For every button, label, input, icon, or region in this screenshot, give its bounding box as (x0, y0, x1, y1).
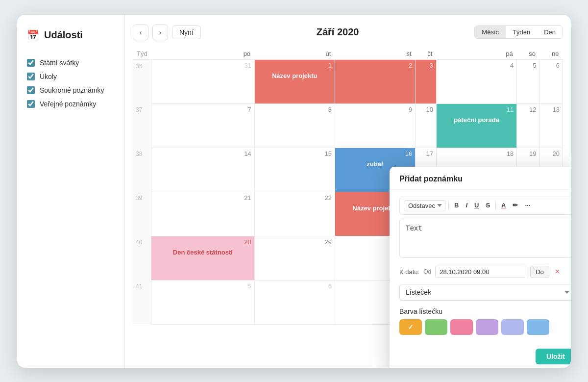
day-number: 16 (338, 150, 412, 157)
prev-button[interactable]: ‹ (133, 25, 148, 40)
day-number: 9 (338, 106, 412, 113)
event-name: Den české státnosti (154, 249, 251, 256)
day-cell-13[interactable]: 13 (539, 103, 563, 148)
text-toolbar: Odstavec Nadpis 1 Nadpis 2 B I U S A ✏ ·… (399, 197, 571, 215)
font-color-button[interactable]: A (499, 200, 508, 211)
day-cell-7[interactable]: 7 (151, 103, 254, 148)
remove-date-button[interactable]: × (553, 266, 562, 277)
color-label: Barva lístečku (399, 307, 571, 315)
modal-header: Přidat poznámku × (390, 167, 571, 190)
view-week[interactable]: Týden (506, 26, 537, 38)
header-pa: pá (436, 48, 516, 60)
header-ct: čt (416, 48, 437, 60)
day-number: 11 (440, 106, 514, 113)
day-cell-28[interactable]: 28 Den české státnosti (151, 236, 254, 280)
week-num-41: 41 (133, 280, 151, 324)
day-number: 1 (258, 62, 332, 69)
calendar-icon: 📅 (27, 29, 39, 41)
highlight-button[interactable]: ✏ (510, 200, 520, 211)
header-st: st (335, 48, 415, 60)
checkbox-statni-svatky[interactable] (27, 59, 35, 67)
swatch-orange[interactable] (399, 319, 422, 335)
note-text-input[interactable]: Text (399, 219, 571, 258)
modal-close-button[interactable]: × (570, 175, 571, 183)
week-num-37: 37 (133, 103, 151, 148)
day-number: 15 (258, 150, 332, 157)
day-cell-4[interactable]: 4 (436, 59, 516, 103)
do-button[interactable]: Do (530, 266, 549, 278)
date-row: K datu: Od Do × (399, 266, 571, 278)
day-cell-6[interactable]: 6 (539, 59, 563, 103)
day-number: 18 (440, 150, 514, 157)
day-cell-8[interactable]: 8 (254, 103, 335, 148)
add-note-modal: Přidat poznámku × Odstavec Nadpis 1 Nadp… (390, 167, 571, 368)
underline-button[interactable]: U (472, 200, 481, 211)
week-row-37: 37 7 8 9 10 11 páteční porada (133, 103, 563, 148)
header-po: po (151, 48, 254, 60)
toolbar-divider2 (495, 201, 496, 210)
view-month[interactable]: Měsíc (475, 26, 506, 38)
bold-button[interactable]: B (452, 200, 461, 211)
toolbar-divider (448, 201, 449, 210)
day-number: 6 (258, 282, 332, 290)
save-button[interactable]: Uložit (536, 349, 571, 364)
day-cell-1[interactable]: 1 Název projektu (254, 59, 335, 103)
month-title: Září 2020 (205, 26, 471, 38)
day-cell-12[interactable]: 12 (517, 103, 539, 148)
day-cell-oct5[interactable]: 5 (151, 280, 254, 324)
checkbox-verejne[interactable] (27, 100, 35, 108)
from-date-input[interactable] (435, 266, 526, 278)
next-button[interactable]: › (152, 25, 168, 40)
day-cell-5[interactable]: 5 (517, 59, 539, 103)
day-cell-21[interactable]: 21 (151, 192, 254, 236)
header-so: so (517, 48, 539, 60)
sidebar-item-ukoly[interactable]: Úkoly (27, 70, 115, 83)
day-cell-2[interactable]: 2 (335, 59, 415, 103)
today-button[interactable]: Nyní (172, 25, 201, 39)
day-number: 20 (543, 150, 560, 157)
paragraph-select[interactable]: Odstavec Nadpis 1 Nadpis 2 (404, 200, 445, 211)
note-type-select[interactable]: Lísteček Událost Úkol (399, 284, 571, 301)
day-cell-11[interactable]: 11 páteční porada (436, 103, 516, 148)
swatch-pink[interactable] (450, 319, 473, 335)
day-number: 7 (154, 106, 251, 113)
day-cell[interactable]: 31 (151, 59, 254, 103)
sidebar-item-statni-svatky[interactable]: Státní svátky (27, 56, 115, 70)
day-number: 31 (154, 62, 251, 69)
day-number: 14 (154, 150, 251, 157)
day-number: 3 (418, 62, 433, 69)
header-ne: ne (539, 48, 563, 60)
day-cell-oct6[interactable]: 6 (254, 280, 335, 324)
checkbox-ukoly[interactable] (27, 73, 35, 80)
week-row-36: 36 31 1 Název projektu 2 3 4 (133, 59, 563, 103)
swatch-lightblue[interactable] (527, 319, 549, 335)
day-cell-29[interactable]: 29 (254, 236, 335, 280)
day-number: 5 (520, 62, 536, 69)
checkbox-soukrome[interactable] (27, 86, 35, 94)
week-num-39: 39 (133, 192, 151, 236)
day-cell-15[interactable]: 15 (254, 148, 335, 192)
view-day[interactable]: Den (537, 26, 563, 38)
modal-title: Přidat poznámku (399, 175, 463, 183)
day-cell-10[interactable]: 10 (416, 103, 437, 148)
modal-body: Odstavec Nadpis 1 Nadpis 2 B I U S A ✏ ·… (390, 190, 571, 344)
date-label: K datu: (399, 268, 419, 276)
sidebar-item-soukrome[interactable]: Soukromé poznámky (27, 83, 115, 97)
day-cell-3[interactable]: 3 (416, 59, 437, 103)
header-ut: út (254, 48, 335, 60)
day-cell-22[interactable]: 22 (254, 192, 335, 236)
strike-button[interactable]: S (483, 200, 492, 211)
color-swatches (399, 319, 571, 335)
swatch-green[interactable] (425, 319, 447, 335)
day-number: 17 (418, 150, 433, 157)
view-switcher: Měsíc Týden Den (474, 25, 563, 39)
sidebar-item-verejne[interactable]: Veřejné poznámky (27, 97, 115, 111)
swatch-lavender[interactable] (501, 319, 524, 335)
swatch-lilac[interactable] (476, 319, 498, 335)
day-number: 13 (543, 106, 560, 113)
day-cell-9[interactable]: 9 (335, 103, 415, 148)
italic-button[interactable]: I (463, 200, 470, 211)
day-cell-14[interactable]: 14 (151, 148, 254, 192)
sidebar: 📅 Události Státní svátky Úkoly Soukromé … (17, 15, 125, 368)
more-button[interactable]: ··· (522, 200, 533, 211)
